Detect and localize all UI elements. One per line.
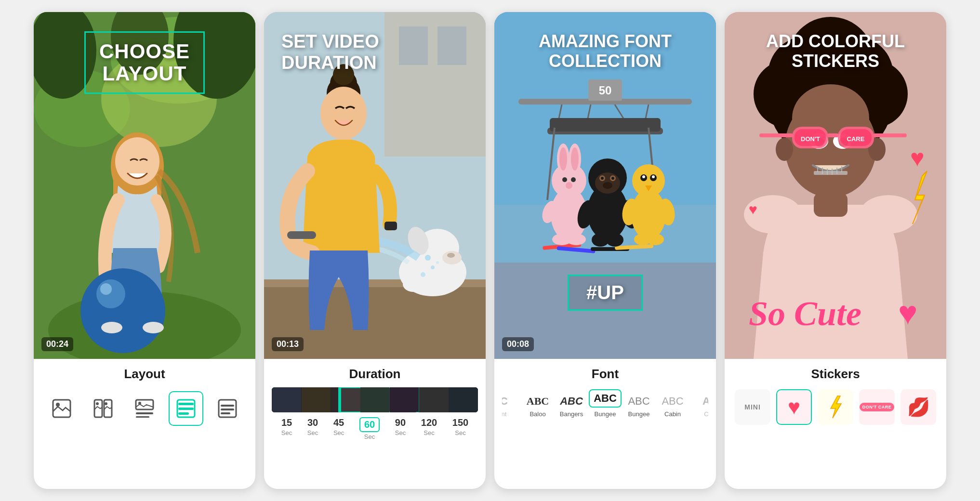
svg-rect-25 (136, 416, 149, 418)
amazing-font-text: AMAZING FONT COLLECTION (539, 31, 672, 71)
svg-rect-27 (178, 403, 194, 405)
svg-text:♥: ♥ (749, 201, 757, 217)
duration-30[interactable]: 30 Sec (307, 417, 318, 440)
svg-point-130 (647, 234, 664, 245)
font-option-baloo[interactable]: ABC Baloo (523, 395, 552, 418)
svg-rect-37 (437, 26, 466, 65)
layout-icons-row (44, 387, 245, 430)
timestamp-duration: 00:13 (272, 337, 304, 351)
duration-15[interactable]: 15 Sec (281, 417, 292, 440)
svg-rect-89 (550, 118, 661, 132)
duration-120[interactable]: 120 Sec (421, 417, 437, 440)
svg-point-46 (427, 279, 448, 294)
svg-rect-73 (390, 387, 419, 412)
choose-layout-text: CHOOSE (99, 40, 190, 63)
svg-point-103 (571, 177, 576, 182)
svg-rect-75 (449, 387, 478, 412)
svg-point-140 (776, 138, 793, 161)
svg-point-48 (431, 265, 435, 269)
card-stickers: DON'T CARE ♥ ♥ So Cute ♥ ADD COLORFUL (725, 12, 946, 489)
duration-timeline[interactable] (272, 387, 478, 412)
font-option-bangers[interactable]: ABC Bangers (557, 395, 586, 418)
svg-point-21 (105, 402, 107, 405)
svg-rect-72 (360, 387, 389, 412)
svg-point-50 (436, 261, 439, 264)
duration-150[interactable]: 150 Sec (452, 417, 468, 440)
svg-point-97 (552, 163, 586, 198)
card-stickers-image: DON'T CARE ♥ ♥ So Cute ♥ ADD COLORFUL (725, 12, 946, 359)
add-colorful-text: ADD COLORFUL STICKERS (766, 31, 905, 71)
svg-point-17 (56, 403, 60, 407)
sticker-heart[interactable]: ♥ (776, 389, 812, 425)
card-font-bottom: Font C nt ABC Baloo ABC (494, 359, 716, 489)
svg-rect-29 (178, 412, 189, 415)
svg-rect-65 (272, 387, 301, 412)
card-duration-image: SET VIDEO DURATION 00:13 (264, 12, 486, 359)
svg-rect-28 (178, 408, 194, 410)
sticker-lightning[interactable] (818, 389, 853, 425)
svg-point-101 (571, 147, 579, 171)
font-option-bungee-active[interactable]: ABC Bungee (591, 389, 620, 418)
svg-point-13 (100, 283, 112, 295)
svg-point-114 (601, 177, 604, 180)
layout-icon-4[interactable] (169, 391, 203, 426)
svg-point-126 (652, 175, 655, 178)
svg-point-12 (96, 279, 125, 308)
card-stickers-title: Stickers (811, 367, 860, 382)
sticker-lips[interactable]: 💋 (901, 389, 936, 425)
svg-point-11 (80, 268, 165, 353)
card-font-title: Font (592, 367, 619, 382)
font-option-bungee-shade[interactable]: ABC Bungee (624, 395, 653, 418)
card-layout-bottom: Layout (34, 359, 255, 489)
svg-text:So Cute: So Cute (749, 294, 861, 333)
card-font-background: 50 (494, 12, 716, 359)
svg-point-14 (101, 322, 122, 333)
svg-point-122 (632, 164, 665, 197)
duration-90[interactable]: 90 Sec (395, 417, 406, 440)
svg-rect-66 (302, 387, 331, 412)
hashtag-up-text: #UP (586, 282, 624, 303)
svg-point-43 (447, 253, 455, 258)
svg-rect-70 (338, 387, 341, 412)
hashtag-up-box: #UP (568, 275, 643, 311)
card-layout-background: CHOOSE LAYOUT 00:24 (34, 12, 255, 359)
timestamp-font: 00:08 (502, 337, 534, 351)
duration-60[interactable]: 60 Sec (359, 417, 380, 440)
card-duration-background: SET VIDEO DURATION 00:13 (264, 12, 486, 359)
layout-icon-1[interactable] (44, 391, 79, 426)
svg-rect-56 (287, 231, 316, 239)
svg-rect-24 (136, 412, 153, 414)
card-stickers-bottom: Stickers MINI ♥ (725, 359, 946, 489)
sticker-mini[interactable]: MINI (735, 389, 770, 425)
svg-rect-36 (399, 26, 428, 65)
svg-rect-57 (384, 222, 397, 230)
svg-point-100 (559, 147, 567, 171)
svg-point-104 (566, 182, 572, 189)
svg-rect-162 (827, 133, 839, 137)
card-font-image: 50 (494, 12, 716, 359)
card-duration: SET VIDEO DURATION 00:13 Duration (264, 12, 486, 489)
layout-icon-3[interactable] (127, 391, 162, 426)
card-layout: CHOOSE LAYOUT 00:24 Layout (34, 12, 255, 489)
choose-layout-text2: LAYOUT (99, 63, 190, 85)
card-layout-image: CHOOSE LAYOUT 00:24 (34, 12, 255, 359)
svg-point-115 (611, 177, 614, 180)
svg-point-15 (143, 322, 164, 333)
card-duration-bottom: Duration (264, 359, 486, 489)
sticker-dont-care[interactable]: DON'T CARE (859, 389, 895, 425)
svg-point-45 (403, 277, 424, 292)
duration-45[interactable]: 45 Sec (333, 417, 344, 440)
card-duration-title: Duration (349, 367, 401, 382)
layout-icon-5[interactable] (210, 391, 245, 426)
svg-point-120 (606, 233, 623, 247)
svg-rect-154 (814, 171, 848, 175)
font-option-cabin[interactable]: ABC Cabin (658, 395, 687, 418)
sticker-options-row: MINI ♥ DON'T CARE (732, 387, 939, 427)
font-option-partial-left[interactable]: C nt (502, 395, 518, 418)
svg-rect-155 (814, 193, 848, 217)
timestamp-layout: 00:24 (41, 337, 73, 351)
svg-point-49 (421, 272, 425, 277)
font-options-row: C nt ABC Baloo ABC Bangers (502, 387, 708, 420)
font-option-partial-right[interactable]: A C (692, 395, 708, 418)
layout-icon-2[interactable] (86, 391, 120, 426)
